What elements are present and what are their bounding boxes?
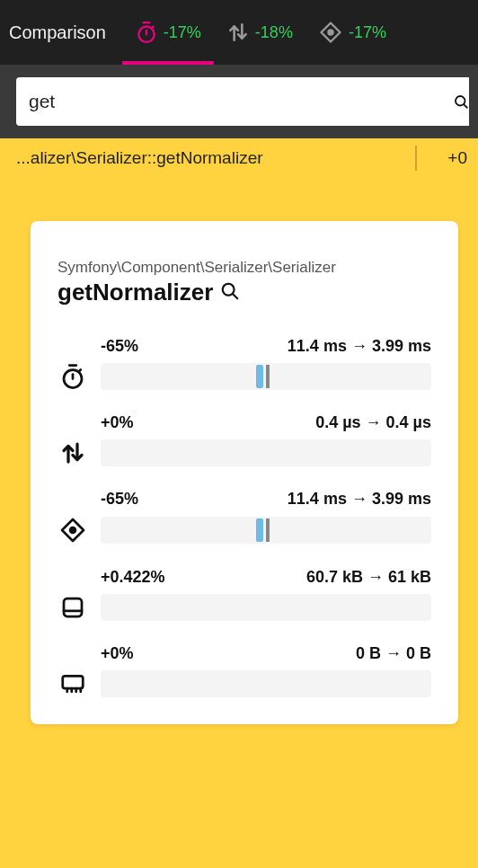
stopwatch-icon [135, 21, 158, 44]
metric-network-pct: +0% [101, 644, 134, 663]
svg-rect-7 [63, 676, 84, 688]
detail-card: Symfony\Component\Serializer\Serializer … [31, 221, 458, 724]
header-bar: Comparison -17% -18% [0, 0, 478, 65]
search-row [0, 65, 478, 138]
tab-io-pct: -18% [255, 23, 293, 42]
metric-network-values: 0 B → 0 B [356, 644, 431, 663]
eye-diamond-icon [318, 20, 343, 45]
tab-io[interactable]: -18% [214, 0, 305, 65]
metric-cpu-values: 11.4 ms → 3.99 ms [288, 490, 431, 509]
svg-point-1 [328, 30, 332, 34]
metric-io-bar [101, 439, 431, 466]
result-header-path: ...alizer\Serializer::getNormalizer [16, 148, 406, 168]
metric-time: -65% 11.4 ms → 3.99 ms [58, 337, 431, 390]
metric-io-pct: +0% [101, 413, 134, 432]
memory-icon [58, 594, 88, 621]
metric-io-values: 0.4 µs → 0.4 µs [315, 413, 431, 432]
metric-cpu: -65% 11.4 ms → 3.99 ms [58, 490, 431, 545]
svg-rect-6 [64, 598, 82, 616]
magnify-icon[interactable] [220, 281, 240, 305]
svg-point-5 [70, 527, 75, 533]
up-down-icon [226, 21, 250, 44]
card-function-name: getNormalizer [58, 279, 213, 306]
metric-network-bar [101, 670, 431, 697]
stopwatch-icon [58, 363, 88, 390]
metric-memory: +0.422% 60.7 kB → 61 kB [58, 568, 431, 621]
result-area: ...alizer\Serializer::getNormalizer +0 S… [0, 138, 478, 868]
metric-tabs: -17% -18% -17% [122, 0, 399, 65]
search-button[interactable] [453, 77, 469, 126]
metric-network: +0% 0 B → 0 B [58, 644, 431, 697]
metric-memory-bar [101, 594, 431, 621]
tab-time-pct: -17% [164, 23, 201, 42]
result-header[interactable]: ...alizer\Serializer::getNormalizer +0 [0, 138, 478, 178]
metric-time-bar [101, 363, 431, 390]
network-icon [58, 670, 88, 697]
metric-io: +0% 0.4 µs → 0.4 µs [58, 413, 431, 466]
result-header-divider [415, 146, 417, 171]
tab-cpu-pct: -17% [349, 23, 386, 42]
result-header-delta: +0 [426, 148, 467, 168]
metric-cpu-bar [101, 517, 431, 544]
tab-time[interactable]: -17% [122, 0, 214, 65]
tab-cpu[interactable]: -17% [305, 0, 399, 65]
metric-time-pct: -65% [101, 337, 138, 356]
search-input[interactable] [16, 77, 453, 126]
metric-memory-pct: +0.422% [101, 568, 165, 587]
metric-cpu-pct: -65% [101, 490, 138, 509]
page-title: Comparison [9, 22, 106, 43]
card-namespace: Symfony\Component\Serializer\Serializer [58, 259, 431, 277]
metric-memory-values: 60.7 kB → 61 kB [306, 568, 431, 587]
eye-diamond-icon [58, 516, 88, 545]
metric-time-values: 11.4 ms → 3.99 ms [288, 337, 431, 356]
up-down-icon [58, 439, 88, 466]
